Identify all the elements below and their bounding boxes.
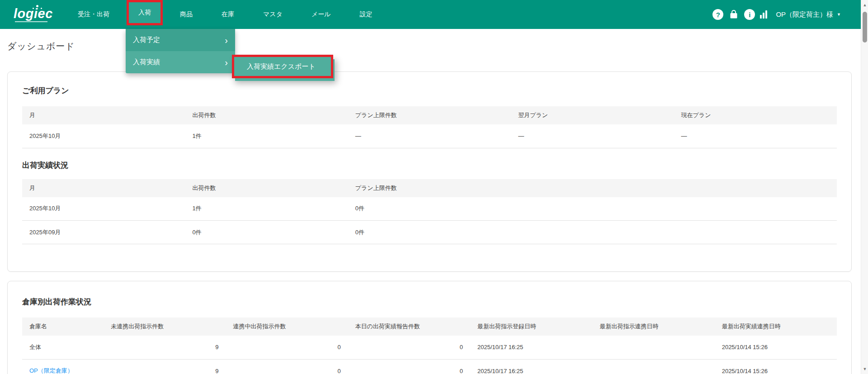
- logo-sparkle-icon: [36, 5, 38, 7]
- cell-latest-result-linked: 2025/10/14 15:26: [715, 359, 837, 374]
- column-header: プラン上限件数: [348, 179, 837, 197]
- cell-today-report-count: 0: [348, 359, 470, 374]
- warehouse-table: 倉庫名 未連携出荷指示件数 連携中出荷指示件数 本日の出荷実績報告件数 最新出荷…: [22, 317, 837, 374]
- main-nav: 受注・出荷 入荷 商品 在庫 マスタ メール 設定: [66, 0, 384, 29]
- nav-item-products[interactable]: 商品: [168, 0, 204, 29]
- vertical-scrollbar[interactable]: ▲ ▼: [861, 0, 868, 374]
- cell-current-plan: —: [674, 124, 837, 148]
- menu-item-label: 入荷予定: [133, 36, 160, 44]
- caret-down-icon: ▼: [837, 13, 841, 17]
- nav-item-mail[interactable]: メール: [300, 0, 343, 29]
- cell-latest-instruction-registered: 2025/10/17 16:25: [470, 359, 592, 374]
- menu-item-label: 入荷実績: [133, 58, 160, 66]
- help-icon[interactable]: ?: [712, 9, 723, 20]
- cell-plan-limit: 0件: [348, 197, 837, 221]
- column-header: 現在プラン: [674, 106, 837, 124]
- scroll-down-icon[interactable]: ▼: [861, 366, 868, 372]
- logo-tagline: [15, 21, 47, 22]
- cell-shipment-count: 1件: [185, 197, 348, 221]
- cell-month: 2025年10月: [22, 197, 185, 221]
- menu-item-arrival-results-export[interactable]: 入荷実績エクスポート: [232, 55, 333, 78]
- plan-table: 月 出荷件数 プラン上限件数 翌月プラン 現在プラン 2025年10月 1件 —…: [22, 106, 837, 148]
- column-header: 出荷件数: [185, 106, 348, 124]
- column-header: 出荷件数: [185, 179, 348, 197]
- menu-item-arrival-schedule[interactable]: 入荷予定 ›: [126, 29, 235, 51]
- cell-linking-count: 0: [226, 359, 348, 374]
- column-header: 本日の出荷実績報告件数: [348, 317, 470, 336]
- column-header: 未連携出荷指示件数: [104, 317, 226, 336]
- top-navbar: logiec 受注・出荷 入荷 商品 在庫 マスタ メール 設定 ? i OP（…: [0, 0, 868, 29]
- column-header: 月: [22, 106, 185, 124]
- column-header: 翌月プラン: [511, 106, 674, 124]
- table-row: 2025年10月 1件 — — —: [22, 124, 837, 148]
- table-row: 全体 9 0 0 2025/10/17 16:25 2025/10/14 15:…: [22, 336, 837, 359]
- user-account-menu[interactable]: OP（限定荷主）様 ▼: [776, 10, 841, 19]
- column-header: 最新出荷指示連携日時: [592, 317, 714, 336]
- nav-item-settings[interactable]: 設定: [348, 0, 384, 29]
- info-icon[interactable]: i: [744, 9, 755, 20]
- cell-unlinked-count: 9: [104, 336, 226, 359]
- logiec-logo[interactable]: logiec: [14, 7, 58, 22]
- cell-month: 2025年09月: [22, 221, 185, 244]
- table-header-row: 月 出荷件数 プラン上限件数 翌月プラン 現在プラン: [22, 106, 837, 124]
- cell-latest-result-linked: 2025/10/14 15:26: [715, 336, 837, 359]
- scrollbar-thumb[interactable]: [863, 12, 867, 43]
- cell-latest-instruction-registered: 2025/10/17 16:25: [470, 336, 592, 359]
- bag-icon[interactable]: [728, 9, 739, 20]
- shipping-results-section-title: 出荷実績状況: [22, 160, 837, 171]
- table-header-row: 月 出荷件数 プラン上限件数: [22, 179, 837, 197]
- nav-item-master[interactable]: マスタ: [251, 0, 294, 29]
- cell-shipment-count: 0件: [185, 221, 348, 244]
- logo-text: logiec: [14, 7, 53, 20]
- scroll-up-icon[interactable]: ▲: [861, 2, 868, 8]
- table-row: 2025年10月 1件 0件: [22, 197, 837, 221]
- cell-shipment-count: 1件: [185, 124, 348, 148]
- chevron-right-icon: ›: [225, 36, 228, 45]
- column-header: 連携中出荷指示件数: [226, 317, 348, 336]
- column-header: 最新出荷実績連携日時: [715, 317, 837, 336]
- warehouse-card: 倉庫別出荷作業状況 倉庫名 未連携出荷指示件数 連携中出荷指示件数 本日の出荷実…: [7, 281, 852, 374]
- stats-icon[interactable]: [760, 10, 767, 19]
- cell-plan-limit: —: [348, 124, 511, 148]
- cell-next-month-plan: —: [511, 124, 674, 148]
- cell-latest-instruction-linked: [592, 359, 714, 374]
- cell-unlinked-count: 9: [104, 359, 226, 374]
- cell-warehouse-name: 全体: [22, 336, 104, 359]
- table-row: 2025年09月 0件 0件: [22, 221, 837, 244]
- nav-item-orders-shipping[interactable]: 受注・出荷: [66, 0, 121, 29]
- cell-latest-instruction-linked: [592, 336, 714, 359]
- warehouse-section-title: 倉庫別出荷作業状況: [22, 297, 837, 308]
- plan-card: ご利用プラン 月 出荷件数 プラン上限件数 翌月プラン 現在プラン 2025年1…: [7, 71, 852, 272]
- column-header: プラン上限件数: [348, 106, 511, 124]
- shipping-results-table: 月 出荷件数 プラン上限件数 2025年10月 1件 0件 2025年09月 0…: [22, 179, 837, 245]
- cell-month: 2025年10月: [22, 124, 185, 148]
- cell-linking-count: 0: [226, 336, 348, 359]
- column-header: 倉庫名: [22, 317, 104, 336]
- cell-warehouse-name: OP（限定倉庫）: [22, 359, 104, 374]
- arrival-dropdown-menu: 入荷予定 › 入荷実績 ›: [126, 29, 235, 73]
- column-header: 最新出荷指示登録日時: [470, 317, 592, 336]
- plan-section-title: ご利用プラン: [22, 85, 837, 96]
- table-row: OP（限定倉庫） 9 0 0 2025/10/17 16:25 2025/10/…: [22, 359, 837, 374]
- viewport: logiec 受注・出荷 入荷 商品 在庫 マスタ メール 設定 ? i OP（…: [0, 0, 868, 374]
- table-header-row: 倉庫名 未連携出荷指示件数 連携中出荷指示件数 本日の出荷実績報告件数 最新出荷…: [22, 317, 837, 336]
- cell-today-report-count: 0: [348, 336, 470, 359]
- nav-item-inventory[interactable]: 在庫: [210, 0, 246, 29]
- menu-item-arrival-results[interactable]: 入荷実績 ›: [126, 51, 235, 73]
- warehouse-link[interactable]: OP（限定倉庫）: [29, 367, 73, 374]
- main-content: ダッシュボード ご利用プラン 月 出荷件数 プラン上限件数 翌月プラン 現在プラ…: [0, 29, 868, 374]
- chevron-right-icon: ›: [225, 58, 228, 67]
- column-header: 月: [22, 179, 185, 197]
- user-label: OP（限定荷主）様: [776, 10, 833, 19]
- cell-plan-limit: 0件: [348, 221, 837, 244]
- navbar-right: ? i OP（限定荷主）様 ▼: [712, 9, 868, 20]
- nav-item-arrival[interactable]: 入荷: [127, 0, 163, 25]
